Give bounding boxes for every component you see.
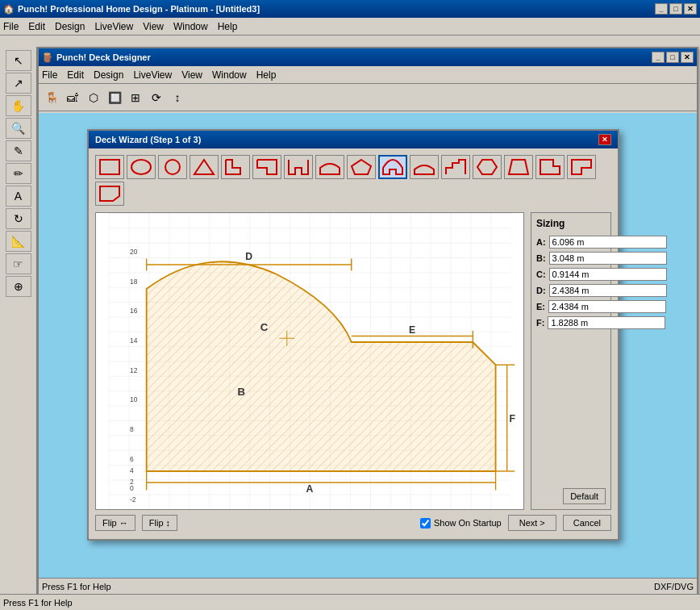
sizing-input-e[interactable] (548, 300, 666, 313)
shape-btn-step[interactable] (441, 155, 470, 179)
menu-help[interactable]: Help (218, 21, 238, 32)
toolbar-icon-6[interactable]: ⟳ (147, 88, 166, 107)
svg-text:20: 20 (130, 248, 138, 256)
sizing-label-a: A: (536, 237, 546, 247)
maximize-btn[interactable]: □ (669, 3, 682, 15)
svg-text:-2: -2 (130, 495, 136, 503)
inner-statusbar-right: DXF/DVG (654, 582, 694, 591)
toolbar-icon-1[interactable]: 🪑 (42, 88, 61, 107)
app-status-text: Press F1 for Help (3, 598, 73, 608)
menu-window[interactable]: Window (173, 21, 208, 32)
flip-vertical-btn[interactable]: Flip ↕ (142, 515, 177, 531)
toolbar-icon-2[interactable]: 🛋 (63, 88, 82, 107)
svg-text:14: 14 (130, 336, 138, 345)
wizard-close-btn[interactable]: ✕ (598, 134, 611, 145)
deck-canvas: 20 18 16 14 12 10 8 6 4 2 0 -2 (95, 212, 524, 510)
shape-btn-complex3[interactable] (95, 182, 124, 206)
sizing-label-c: C: (536, 269, 546, 279)
inner-menu-liveview[interactable]: LiveView (133, 69, 172, 81)
flip-horizontal-btn[interactable]: Flip ↔ (95, 515, 135, 531)
tool-text[interactable]: A (6, 186, 31, 207)
menu-file[interactable]: File (3, 21, 19, 32)
sizing-row-f: F: (536, 316, 606, 329)
shape-btn-circle[interactable] (158, 155, 187, 179)
tool-select[interactable]: ↖ (6, 50, 31, 71)
inner-status-text: Press F1 for Help (42, 582, 111, 591)
minimize-btn[interactable]: _ (655, 3, 668, 15)
toolbar-icon-7[interactable]: ↕ (168, 88, 187, 107)
tool-hand[interactable]: ☞ (6, 253, 31, 274)
svg-text:F: F (510, 413, 516, 424)
svg-rect-0 (100, 160, 119, 174)
menu-liveview[interactable]: LiveView (94, 21, 133, 32)
sizing-row-d: D: (536, 284, 606, 297)
shape-btn-notched[interactable] (252, 155, 281, 179)
svg-text:10: 10 (130, 395, 138, 403)
show-on-startup-checkbox[interactable] (420, 518, 431, 529)
inner-maximize-btn[interactable]: □ (666, 52, 679, 63)
toolbar-icon-5[interactable]: ⊞ (126, 88, 145, 107)
inner-menu-help[interactable]: Help (256, 69, 277, 81)
shape-btn-rect[interactable] (95, 155, 124, 179)
svg-text:16: 16 (130, 307, 138, 315)
svg-text:18: 18 (130, 278, 138, 286)
inner-menubar: File Edit Design LiveView View Window He… (39, 66, 697, 84)
shape-btn-pentagon[interactable] (347, 155, 376, 179)
sizing-input-d[interactable] (549, 284, 667, 297)
sizing-input-c[interactable] (549, 268, 667, 281)
app-statusbar: Press F1 for Help (0, 594, 700, 610)
app-title: Punch! Professional Home Design - Platin… (18, 4, 653, 14)
inner-close-btn[interactable]: ✕ (681, 52, 694, 63)
tool-pan[interactable]: ✋ (6, 95, 31, 116)
shape-btn-hex[interactable] (473, 155, 502, 179)
svg-marker-4 (352, 160, 371, 174)
svg-text:C: C (260, 321, 269, 333)
tool-misc[interactable]: ⊕ (6, 276, 31, 297)
tool-rotate[interactable]: ↻ (6, 208, 31, 229)
sizing-row-b: B: (536, 252, 606, 265)
toolbar-icon-4[interactable]: 🔲 (105, 88, 124, 107)
tool-arrow[interactable]: ↗ (6, 73, 31, 94)
menu-view[interactable]: View (143, 21, 164, 32)
inner-minimize-btn[interactable]: _ (652, 52, 665, 63)
svg-text:A: A (306, 483, 314, 495)
shape-btn-oval[interactable] (127, 155, 156, 179)
inner-menu-file[interactable]: File (42, 69, 57, 81)
shape-btn-arch-bump[interactable] (378, 155, 407, 179)
shape-btn-flat-arch[interactable] (410, 155, 439, 179)
toolbar-icon-3[interactable]: ⬡ (84, 88, 103, 107)
shape-btn-trapezoid[interactable] (504, 155, 533, 179)
tool-measure[interactable]: 📐 (6, 231, 31, 252)
sizing-input-b[interactable] (549, 252, 667, 265)
close-btn[interactable]: ✕ (684, 3, 697, 15)
sizing-input-a[interactable] (549, 236, 667, 249)
inner-titlebar: 🪵 Punch! Deck Designer _ □ ✕ (39, 48, 697, 66)
tool-zoom[interactable]: 🔍 (6, 118, 31, 139)
shape-btn-triangle[interactable] (190, 155, 219, 179)
inner-menu-view[interactable]: View (181, 69, 202, 81)
sizing-input-f[interactable] (548, 316, 665, 329)
tool-draw1[interactable]: ✎ (6, 140, 31, 161)
shape-btn-complex2[interactable] (567, 155, 596, 179)
inner-menu-design[interactable]: Design (94, 69, 123, 81)
shape-btn-l-shape[interactable] (221, 155, 250, 179)
svg-text:0: 0 (130, 484, 134, 492)
menu-design[interactable]: Design (55, 21, 85, 32)
next-button[interactable]: Next > (508, 515, 556, 531)
inner-statusbar: Press F1 for Help DXF/DVG (39, 578, 697, 594)
wizard-titlebar: Deck Wizard (Step 1 of 3) ✕ (89, 131, 618, 148)
app-window: 🏠 Punch! Professional Home Design - Plat… (0, 0, 700, 610)
inner-menu-window[interactable]: Window (212, 69, 247, 81)
shape-selector (95, 155, 611, 206)
shape-btn-u[interactable] (284, 155, 313, 179)
show-on-startup-container: Show On Startup (420, 518, 502, 529)
menu-edit[interactable]: Edit (28, 21, 45, 32)
tool-draw2[interactable]: ✏ (6, 163, 31, 184)
default-button[interactable]: Default (563, 488, 606, 504)
cancel-button[interactable]: Cancel (563, 515, 611, 531)
shape-btn-arch-top[interactable] (315, 155, 344, 179)
wizard-content: 20 18 16 14 12 10 8 6 4 2 0 -2 (95, 212, 611, 510)
app-menubar: File Edit Design LiveView View Window He… (0, 18, 700, 36)
inner-menu-edit[interactable]: Edit (67, 69, 84, 81)
shape-btn-complex1[interactable] (535, 155, 565, 179)
